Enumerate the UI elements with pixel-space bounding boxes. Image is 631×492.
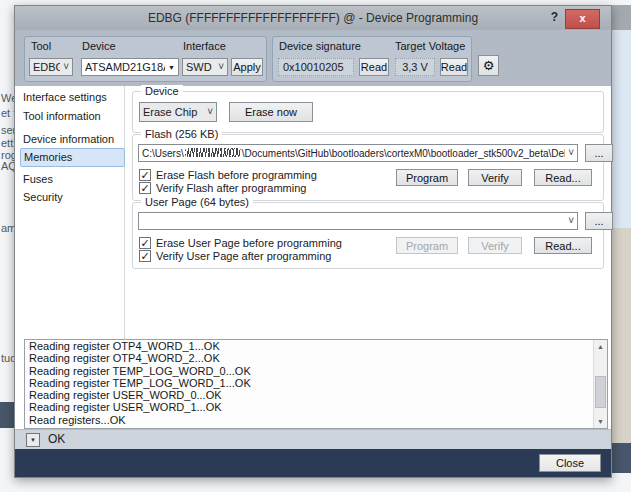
sidebar-item-fuses[interactable]: Fuses [23, 171, 119, 188]
checkbox-checked-icon: ✓ [139, 237, 151, 249]
erase-mode-value: Erase Chip [143, 106, 204, 118]
device-value: ATSAMD21G18A [85, 61, 165, 73]
device-group: Device Erase Chip ˅ Erase now [132, 91, 604, 133]
user-page-file-combobox[interactable]: ˅ [138, 212, 578, 230]
flash-program-label: Program [406, 172, 448, 184]
close-window-button[interactable]: x [565, 9, 600, 29]
background-strip [612, 30, 631, 228]
chevron-down-icon: ˅ [568, 149, 574, 157]
user-page-browse-label: ... [594, 215, 603, 227]
log-line: Reading register OTP4_WORD_1...OK [25, 340, 607, 352]
gear-icon: ⚙ [483, 58, 495, 73]
signature-panel: Device signature 0x10010205 Read Target … [272, 36, 472, 82]
user-page-verify-button: Verify [468, 237, 522, 254]
device-select[interactable]: ATSAMD21G18A ▼ [81, 58, 179, 76]
scroll-up-icon[interactable]: ▲ [594, 340, 607, 353]
user-page-program-label: Program [406, 240, 448, 252]
device-signature-field: 0x10010205 [278, 58, 354, 76]
verify-user-page-checkbox[interactable]: ✓ Verify User Page after programming [139, 249, 331, 262]
signature-read-button[interactable]: Read [359, 58, 389, 76]
tool-label: Tool [31, 40, 51, 52]
sidebar-divider [124, 86, 125, 339]
status-text: OK [48, 432, 65, 446]
verify-flash-checkbox[interactable]: ✓ Verify Flash after programming [139, 181, 306, 194]
flash-read-button[interactable]: Read... [534, 169, 592, 186]
erase-now-button[interactable]: Erase now [229, 102, 313, 122]
dropdown-arrow-icon: ▼ [168, 64, 175, 71]
erase-flash-checkbox-label: Erase Flash before programming [156, 169, 317, 181]
status-bar: ▼ OK [15, 429, 611, 450]
checkbox-checked-icon: ✓ [139, 182, 151, 194]
voltage-read-button[interactable]: Read [440, 58, 468, 76]
chevron-down-icon: ˅ [568, 217, 574, 225]
flash-browse-label: ... [594, 147, 603, 159]
sidebar-item-memories[interactable]: Memories [20, 148, 125, 167]
erase-now-label: Erase now [245, 106, 297, 118]
target-voltage-label: Target Voltage [395, 40, 465, 52]
apply-button[interactable]: Apply [231, 58, 263, 76]
log-line: Reading register TEMP_LOG_WORD_1...OK [25, 377, 607, 389]
chevron-down-icon: ▼ [30, 437, 36, 443]
voltage-read-label: Read [441, 61, 467, 73]
erase-flash-checkbox[interactable]: ✓ Erase Flash before programming [139, 168, 317, 181]
flash-group: Flash (256 KB) C:\Users\\Documents\GitHu… [132, 134, 604, 201]
flash-path-prefix: C:\Users\ [142, 148, 184, 159]
flash-group-title: Flash (256 KB) [141, 128, 222, 140]
scroll-down-icon[interactable]: ▼ [594, 415, 607, 428]
user-page-group: User Page (64 bytes) ˅ ... ✓ Erase User … [132, 202, 604, 269]
device-signature-value: 0x10010205 [283, 61, 344, 73]
interface-select[interactable]: SWD ˅ [182, 58, 228, 76]
dialog-titlebar[interactable]: EDBG (FFFFFFFFFFFFFFFFFFFF) @ - Device P… [15, 6, 611, 31]
tool-value: EDBG [33, 61, 60, 73]
background-strip [612, 5, 631, 30]
toolbar: Tool EDBG ˅ Device ATSAMD21G18A ▼ Interf… [15, 30, 611, 86]
erase-mode-select[interactable]: Erase Chip ˅ [139, 102, 217, 122]
user-page-browse-button[interactable]: ... [585, 212, 613, 230]
chevron-down-icon: ˅ [207, 108, 213, 116]
flash-read-label: Read... [545, 172, 580, 184]
tool-panel: Tool EDBG ˅ Device ATSAMD21G18A ▼ Interf… [24, 36, 267, 82]
sidebar-item-security[interactable]: Security [23, 189, 119, 206]
redacted-username [185, 148, 241, 157]
device-signature-label: Device signature [279, 40, 361, 52]
erase-user-page-checkbox[interactable]: ✓ Erase User Page before programming [139, 236, 342, 249]
chevron-down-icon: ˅ [63, 63, 69, 71]
settings-button[interactable]: ⚙ [478, 55, 499, 76]
flash-browse-button[interactable]: ... [585, 144, 613, 162]
scrollbar-thumb[interactable] [595, 376, 606, 408]
log-line: Reading register TEMP_LOG_WORD_0...OK [25, 365, 607, 377]
background-dark-block [610, 443, 631, 473]
dialog-footer: Close [15, 449, 611, 477]
user-page-group-title: User Page (64 bytes) [141, 196, 253, 208]
device-programming-dialog: EDBG (FFFFFFFFFFFFFFFFFFFF) @ - Device P… [14, 5, 612, 478]
device-label: Device [82, 40, 116, 52]
flash-file-combobox[interactable]: C:\Users\\Documents\GitHub\bootloaders\c… [138, 144, 578, 162]
content-area: Interface settings Tool information Devi… [15, 86, 611, 339]
sidebar-item-tool-information[interactable]: Tool information [23, 108, 119, 125]
checkbox-checked-icon: ✓ [139, 250, 151, 262]
help-icon[interactable]: ? [551, 10, 558, 24]
log-expand-button[interactable]: ▼ [26, 433, 40, 447]
flash-program-button[interactable]: Program [396, 169, 458, 186]
sidebar-item-device-information[interactable]: Device information [23, 131, 119, 148]
interface-value: SWD [186, 61, 215, 73]
device-group-title: Device [141, 85, 183, 97]
log-scrollbar[interactable]: ▲ ▼ [593, 340, 607, 428]
user-page-read-button[interactable]: Read... [534, 237, 592, 254]
close-button-label: Close [556, 457, 584, 469]
close-icon: x [579, 12, 585, 24]
background-dark-block [0, 402, 14, 428]
close-button[interactable]: Close [539, 454, 601, 472]
sidebar-item-interface-settings[interactable]: Interface settings [23, 89, 119, 106]
flash-file-path: C:\Users\\Documents\GitHub\bootloaders\c… [142, 148, 565, 159]
verify-user-page-checkbox-label: Verify User Page after programming [156, 250, 331, 262]
flash-verify-button[interactable]: Verify [468, 169, 522, 186]
interface-label: Interface [183, 40, 226, 52]
tool-select[interactable]: EDBG ˅ [29, 58, 73, 76]
screenshot-root: Wel et f ser ett rog AQ am tud EDBG (FFF… [0, 0, 631, 492]
target-voltage-value: 3,3 V [402, 61, 428, 73]
background-text-fragment: ett [1, 137, 13, 149]
erase-user-page-checkbox-label: Erase User Page before programming [156, 237, 342, 249]
flash-path-suffix: \Documents\GitHub\bootloaders\cortexM0\b… [242, 148, 565, 159]
background-strip [612, 228, 631, 443]
